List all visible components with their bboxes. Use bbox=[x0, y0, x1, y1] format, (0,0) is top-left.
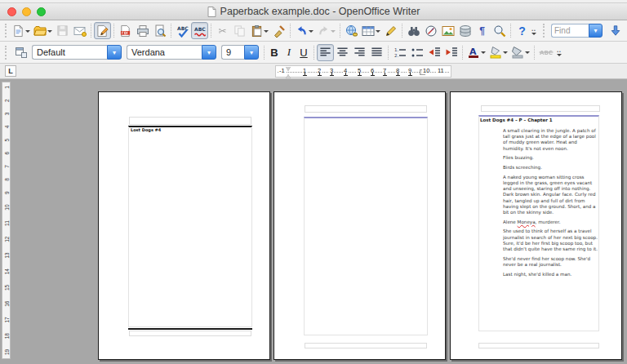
navigator-button[interactable] bbox=[422, 22, 439, 39]
format-paintbrush-button[interactable] bbox=[270, 22, 287, 39]
undo-icon bbox=[296, 24, 308, 37]
paragraph-style-dropdown[interactable]: ▾ bbox=[107, 45, 122, 60]
gallery-button[interactable] bbox=[439, 22, 456, 39]
page-preview-button[interactable] bbox=[151, 22, 168, 39]
page2-footer-area[interactable] bbox=[305, 343, 427, 348]
spellcheck-button[interactable]: ABC bbox=[174, 22, 191, 39]
document-icon bbox=[207, 7, 216, 17]
draw-functions-button[interactable] bbox=[382, 22, 399, 39]
page1-footer-area[interactable] bbox=[129, 331, 251, 336]
email-document-button[interactable] bbox=[71, 22, 88, 39]
find-replace-button[interactable] bbox=[405, 22, 422, 39]
document-canvas[interactable]: 19181716151413121110987654321 Lost Dogs … bbox=[0, 79, 627, 364]
page-1[interactable]: Lost Dogs #4 bbox=[98, 91, 270, 360]
font-size-dropdown[interactable]: ▾ bbox=[244, 45, 259, 60]
minimize-button[interactable] bbox=[22, 7, 31, 16]
justify-button[interactable] bbox=[368, 44, 385, 61]
ruler-number: 16 bbox=[4, 301, 10, 307]
overflow-caret bbox=[531, 33, 536, 38]
toolbar-overflow-button[interactable]: •• bbox=[531, 29, 536, 38]
cut-button[interactable]: ✂ bbox=[214, 22, 231, 39]
find-dropdown-button[interactable]: ▾ bbox=[589, 24, 603, 38]
tab-stop-marker[interactable] bbox=[344, 73, 348, 76]
tab-stop-marker[interactable] bbox=[330, 73, 334, 76]
font-name-dropdown[interactable]: ▾ bbox=[202, 45, 216, 60]
svg-text:2.: 2. bbox=[394, 53, 398, 58]
styles-formatting-button[interactable] bbox=[12, 44, 29, 61]
page-3[interactable]: Lost Dogs #4 – P – Chapter 1 A small cle… bbox=[450, 91, 622, 360]
title-bar[interactable]: Paperback example.doc - OpenOffice Write… bbox=[0, 3, 627, 20]
find-input[interactable] bbox=[551, 24, 589, 38]
tab-stop-marker[interactable] bbox=[358, 73, 362, 76]
new-document-button[interactable] bbox=[10, 22, 32, 39]
redo-button[interactable] bbox=[315, 22, 337, 39]
zoom-button[interactable] bbox=[491, 22, 508, 39]
toolbar-grip[interactable] bbox=[5, 46, 9, 60]
increase-indent-button[interactable] bbox=[442, 44, 460, 61]
align-right-button[interactable] bbox=[351, 44, 368, 61]
page1-header-area[interactable] bbox=[129, 117, 251, 125]
tab-stop-type-selector[interactable]: L bbox=[5, 65, 16, 77]
page1-text-area[interactable]: Lost Dogs #4 bbox=[128, 127, 252, 327]
font-name-value[interactable]: Verdana bbox=[127, 45, 202, 60]
window-title: Paperback example.doc - OpenOffice Write… bbox=[220, 6, 420, 17]
toolbar-separator bbox=[340, 24, 340, 38]
vertical-ruler[interactable]: 19181716151413121110987654321 bbox=[2, 82, 11, 359]
background-color-button[interactable] bbox=[509, 44, 531, 61]
align-center-button[interactable] bbox=[334, 44, 351, 61]
data-sources-button[interactable] bbox=[456, 22, 474, 39]
table-button[interactable] bbox=[360, 22, 382, 39]
page3-text-area[interactable]: Lost Dogs #4 – P – Chapter 1 A small cle… bbox=[478, 115, 599, 331]
italic-button[interactable]: I bbox=[282, 44, 296, 61]
print-button[interactable] bbox=[134, 22, 151, 39]
edit-file-button[interactable] bbox=[94, 22, 111, 39]
toolbar-overflow-button[interactable]: •• bbox=[555, 51, 563, 59]
help-button[interactable]: ? bbox=[514, 22, 531, 39]
find-down-button[interactable] bbox=[607, 22, 624, 39]
close-button[interactable] bbox=[7, 7, 16, 16]
auto-spellcheck-button[interactable]: ABC bbox=[191, 22, 208, 39]
horizontal-ruler[interactable]: -11234567891011 bbox=[275, 65, 451, 78]
tab-stop-marker[interactable] bbox=[318, 73, 322, 76]
font-color-button[interactable]: A bbox=[465, 44, 487, 61]
tab-stop-marker[interactable] bbox=[408, 73, 412, 76]
highlighting-button[interactable] bbox=[487, 44, 509, 61]
open-button[interactable] bbox=[32, 22, 54, 39]
save-button[interactable] bbox=[54, 22, 71, 39]
numbering-button[interactable]: 1.2. bbox=[391, 44, 408, 61]
export-pdf-button[interactable] bbox=[117, 22, 134, 39]
paste-button[interactable] bbox=[248, 22, 270, 39]
left-indent-marker[interactable] bbox=[286, 67, 291, 78]
tab-stop-marker[interactable] bbox=[383, 73, 387, 76]
print-icon bbox=[136, 24, 149, 38]
save-icon bbox=[56, 24, 69, 37]
hyperlink-button[interactable] bbox=[343, 22, 360, 39]
page3-header-area[interactable] bbox=[481, 105, 600, 112]
align-left-button[interactable] bbox=[317, 44, 334, 61]
font-size-value[interactable]: 9 bbox=[221, 45, 244, 60]
page2-header-area[interactable] bbox=[305, 105, 427, 113]
bullets-button[interactable] bbox=[408, 44, 425, 61]
bold-button[interactable]: B bbox=[267, 44, 282, 61]
strikethrough-button[interactable]: ABC bbox=[537, 44, 554, 61]
page3-footer-area[interactable] bbox=[478, 343, 599, 348]
tab-stop-marker[interactable] bbox=[303, 73, 307, 76]
decrease-indent-button[interactable] bbox=[425, 44, 442, 61]
binoculars-icon bbox=[407, 25, 420, 37]
toolbar-grip[interactable] bbox=[5, 24, 7, 38]
paragraph-style-combo: Default ▾ bbox=[32, 45, 122, 60]
underline-button[interactable]: U bbox=[296, 44, 311, 61]
zoom-window-button[interactable] bbox=[37, 7, 46, 16]
dropdown-caret bbox=[25, 30, 30, 35]
nonprinting-characters-button[interactable]: ¶ bbox=[474, 22, 491, 39]
undo-button[interactable] bbox=[293, 22, 315, 39]
copy-button[interactable] bbox=[231, 22, 248, 39]
page2-text-area[interactable] bbox=[304, 117, 428, 335]
paragraph-style-value[interactable]: Default bbox=[32, 45, 107, 60]
tab-stop-marker[interactable] bbox=[371, 73, 375, 76]
help-icon: ? bbox=[518, 25, 526, 37]
page-2[interactable] bbox=[273, 91, 446, 360]
tab-stop-marker[interactable] bbox=[396, 73, 400, 76]
find-toolbar-grip[interactable] bbox=[543, 24, 545, 38]
find-up-button[interactable] bbox=[624, 22, 627, 39]
